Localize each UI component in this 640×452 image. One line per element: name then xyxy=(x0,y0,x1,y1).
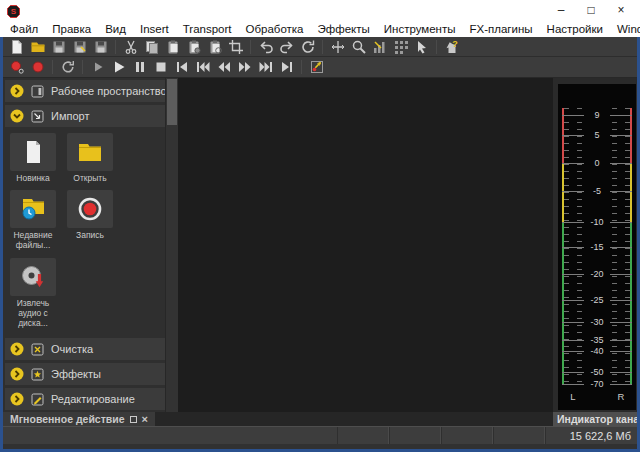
record-options-button[interactable] xyxy=(6,58,27,76)
maximize-button[interactable]: □ xyxy=(576,1,606,19)
menu-item[interactable]: Transport xyxy=(176,22,239,36)
window-body: ? Рабочее пространствоИмпортНовинкаОткры… xyxy=(0,37,640,452)
tile-extract[interactable]: Извлечь аудио с диска... xyxy=(10,258,56,329)
menu-item[interactable]: Файл xyxy=(3,22,45,36)
undo-button[interactable] xyxy=(255,38,276,56)
channel-meter-tab-label: Индикатор каналов xyxy=(557,413,637,425)
mix-paste-button[interactable] xyxy=(204,38,225,56)
menu-item[interactable]: Window xyxy=(610,22,640,36)
sidebar-sections: Рабочее пространствоИмпортНовинкаОткрыть… xyxy=(5,80,165,412)
forward-button[interactable] xyxy=(234,58,255,76)
new-file-button[interactable] xyxy=(6,38,27,56)
float-window-icon[interactable] xyxy=(130,416,137,423)
collapse-circle-icon[interactable] xyxy=(10,109,24,123)
menu-item[interactable]: Правка xyxy=(45,22,98,36)
status-cell xyxy=(337,427,389,444)
close-button[interactable]: × xyxy=(606,1,636,19)
rewind-button[interactable] xyxy=(213,58,234,76)
close-icon[interactable]: × xyxy=(142,414,148,425)
sidebar-scrollbar[interactable] xyxy=(165,78,178,412)
menu-item[interactable]: Эффекты xyxy=(311,22,377,36)
expand-circle-icon[interactable] xyxy=(10,367,24,381)
zoom-edit-tool-button[interactable] xyxy=(348,38,369,56)
meter-gridline xyxy=(562,163,584,164)
meter-scale-label: -15 xyxy=(584,242,610,252)
record-options-icon xyxy=(9,59,25,75)
menu-item[interactable]: Вид xyxy=(98,22,133,36)
scrollbar-thumb[interactable] xyxy=(167,79,177,125)
rewind-icon xyxy=(216,59,232,75)
menu-item[interactable]: Обработка xyxy=(239,22,311,36)
undo-icon xyxy=(258,39,274,55)
tile-open[interactable]: Открыть xyxy=(67,133,113,183)
sidebar-section-import[interactable]: Импорт xyxy=(5,105,165,127)
channel-meter-tab[interactable]: Индикатор каналов xyxy=(553,412,637,426)
instant-action-tab[interactable]: Мгновенное действие × xyxy=(3,412,155,426)
meter-gridline xyxy=(610,340,632,341)
trim-crop-button[interactable] xyxy=(225,38,246,56)
play-all-button[interactable] xyxy=(87,58,108,76)
meter-scale-label: -30 xyxy=(584,317,610,327)
recent-icon xyxy=(10,190,56,228)
save-as-button[interactable] xyxy=(69,38,90,56)
meter-gridline xyxy=(562,191,584,192)
previous-marker-button[interactable] xyxy=(192,58,213,76)
save-all-button[interactable] xyxy=(90,38,111,56)
sidebar-section-cleanup[interactable]: Очистка xyxy=(5,338,165,360)
toolbar-separator xyxy=(52,60,53,74)
transport-toolbar xyxy=(3,57,637,78)
draw-tool-button[interactable] xyxy=(369,38,390,56)
tile-recent[interactable]: Недавние файлы... xyxy=(10,190,56,250)
play-button[interactable] xyxy=(108,58,129,76)
open-file-button[interactable] xyxy=(27,38,48,56)
event-tool-button[interactable] xyxy=(327,38,348,56)
toolbar-separator xyxy=(301,60,302,74)
minimize-button[interactable]: – xyxy=(546,1,576,19)
go-to-start-button[interactable] xyxy=(171,58,192,76)
selection-tool-button[interactable] xyxy=(411,38,432,56)
menu-item[interactable]: Insert xyxy=(133,22,176,36)
stop-button[interactable] xyxy=(150,58,171,76)
instant-action-tab-label: Мгновенное действие xyxy=(10,413,125,425)
status-cell xyxy=(389,427,441,444)
expand-circle-icon[interactable] xyxy=(10,392,24,406)
editing-icon xyxy=(31,393,44,406)
paste-button[interactable] xyxy=(162,38,183,56)
meter-channel-right xyxy=(610,108,632,384)
next-marker-button[interactable] xyxy=(255,58,276,76)
cut-button[interactable] xyxy=(120,38,141,56)
menu-item[interactable]: Инструменты xyxy=(377,22,463,36)
sidebar-section-workspace[interactable]: Рабочее пространство xyxy=(5,80,165,102)
repeat-button[interactable] xyxy=(297,38,318,56)
svg-text:S: S xyxy=(11,7,17,16)
copy-button[interactable] xyxy=(141,38,162,56)
soundforge-app-icon[interactable]: S xyxy=(7,4,20,17)
pause-button[interactable] xyxy=(129,58,150,76)
meter-gridline xyxy=(610,247,632,248)
tile-new[interactable]: Новинка xyxy=(10,133,56,183)
paste-special-button[interactable] xyxy=(183,38,204,56)
workspace-icon xyxy=(31,85,44,98)
play-all-icon xyxy=(90,59,106,75)
record-button[interactable] xyxy=(27,58,48,76)
sidebar-section-effects[interactable]: Эффекты xyxy=(5,363,165,385)
whats-this-help-button[interactable]: ? xyxy=(441,38,462,56)
save-button[interactable] xyxy=(48,38,69,56)
loop-playback-button[interactable] xyxy=(57,58,78,76)
menu-item[interactable]: Настройки xyxy=(540,22,610,36)
meter-scale-label: 9 xyxy=(584,110,610,120)
go-to-start-icon xyxy=(174,59,190,75)
meter-scale-label: -40 xyxy=(584,346,610,356)
go-to-end-button[interactable] xyxy=(276,58,297,76)
redo-button[interactable] xyxy=(276,38,297,56)
expand-circle-icon[interactable] xyxy=(10,84,24,98)
content-area: Рабочее пространствоИмпортНовинкаОткрыть… xyxy=(3,78,637,426)
expand-circle-icon[interactable] xyxy=(10,342,24,356)
menu-item[interactable]: FX-плагины xyxy=(463,22,540,36)
event-tool-icon xyxy=(330,39,346,55)
meter-gridline xyxy=(610,191,632,192)
tile-record[interactable]: Запись xyxy=(67,190,113,250)
scroll-playback-button[interactable] xyxy=(306,58,327,76)
spectrum-tool-button[interactable] xyxy=(390,38,411,56)
sidebar-section-editing[interactable]: Редактирование xyxy=(5,388,165,410)
